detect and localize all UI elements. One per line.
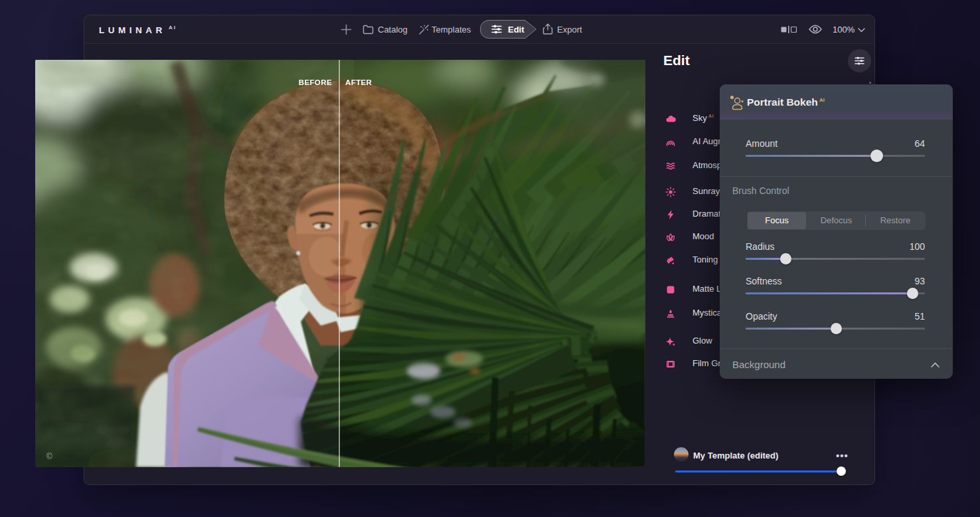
svg-text:©: © <box>46 452 52 461</box>
svg-text:BEFORE: BEFORE <box>299 78 332 86</box>
svg-text:AFTER: AFTER <box>345 78 372 86</box>
